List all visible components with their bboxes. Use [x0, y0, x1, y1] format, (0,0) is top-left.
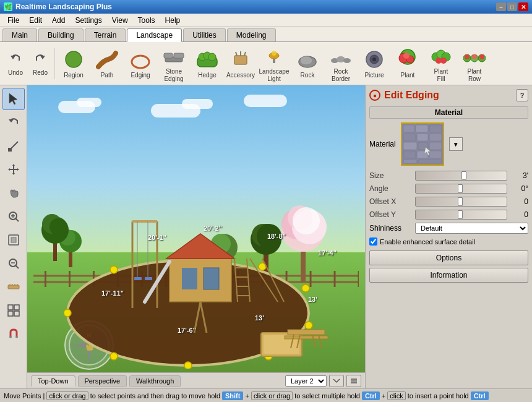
undo-button[interactable]: Undo [4, 45, 27, 83]
svg-rect-163 [429, 151, 442, 158]
dim-17-11: 17'-11" [101, 289, 124, 297]
menu-tools[interactable]: Tools [133, 15, 160, 26]
svg-point-25 [372, 58, 376, 61]
angle-slider-thumb[interactable] [458, 184, 463, 193]
tool-landscape-light[interactable]: Landscape Light [258, 45, 290, 83]
svg-rect-58 [8, 285, 19, 289]
svg-rect-158 [403, 142, 417, 150]
maximize-button[interactable]: □ [507, 2, 517, 11]
menu-add[interactable]: Add [47, 15, 70, 26]
menu-view[interactable]: View [107, 15, 133, 26]
layer-more-btn[interactable] [346, 375, 361, 387]
size-slider-thumb[interactable] [461, 171, 466, 180]
minimize-button[interactable]: – [496, 2, 506, 11]
enhanced-label: Enable enhanced surface detail [380, 238, 475, 246]
sidebar-grid-tool[interactable] [2, 299, 25, 322]
plant-label: Plant [401, 72, 415, 79]
svg-rect-153 [416, 125, 428, 132]
material-preview[interactable] [401, 122, 444, 166]
svg-marker-45 [12, 164, 15, 166]
accessory-icon [230, 48, 252, 71]
offset-y-slider-thumb[interactable] [458, 210, 463, 219]
cloud-2 [77, 98, 101, 107]
tool-rock-border[interactable]: Rock Border [325, 45, 357, 83]
tool-path[interactable]: Path [91, 45, 123, 83]
layer-select[interactable]: Layer 2 Layer 1 Layer 3 [285, 375, 327, 387]
tool-region[interactable]: Region [58, 45, 90, 83]
sidebar-zoom-in-tool[interactable] [2, 205, 25, 228]
viewport[interactable]: 20'-1" 20'-2" 18'-8" 17'-4" 13' 13' 17'-… [27, 85, 365, 388]
sidebar-select-tool[interactable] [2, 88, 25, 110]
tool-hedge[interactable]: Hedge [191, 45, 223, 83]
enhanced-checkbox[interactable] [369, 237, 377, 246]
vp-tab-topdown[interactable]: Top-Down [31, 375, 75, 387]
tab-main[interactable]: Main [2, 28, 37, 41]
tool-stone-edging[interactable]: Stone Edging [158, 45, 190, 83]
tool-rock[interactable]: Rock [291, 45, 324, 83]
svg-point-39 [472, 54, 477, 59]
close-button[interactable]: ✕ [518, 2, 528, 11]
svg-marker-46 [12, 173, 15, 175]
cloud-4 [182, 99, 213, 109]
tab-landscape[interactable]: Landscape [127, 28, 182, 42]
sidebar-magnet-tool[interactable] [2, 323, 25, 345]
menu-settings[interactable]: Settings [70, 15, 106, 26]
app-icon: 🌿 [4, 2, 12, 11]
layer-options-btn[interactable] [329, 375, 344, 387]
sidebar-zoom-out-tool[interactable] [2, 252, 25, 275]
tab-modeling[interactable]: Modeling [227, 28, 276, 41]
svg-rect-65 [8, 311, 13, 316]
offset-y-slider[interactable] [415, 210, 507, 220]
help-button[interactable]: ? [516, 89, 528, 101]
sidebar-edit-points-tool[interactable] [2, 135, 25, 157]
tab-building[interactable]: Building [38, 28, 84, 41]
landscape-light-label: Landscape Light [259, 68, 290, 83]
tool-picture[interactable]: Picture [358, 45, 390, 83]
offset-x-slider-thumb[interactable] [458, 197, 463, 206]
vp-tab-perspective[interactable]: Perspective [78, 375, 127, 387]
svg-point-2 [66, 51, 82, 67]
redo-icon [32, 51, 49, 68]
tool-plant-fill[interactable]: Plant Fill [425, 45, 457, 83]
status-select-text: to select points and then drag to move [90, 392, 206, 400]
tab-terrain[interactable]: Terrain [85, 28, 126, 41]
tool-plant-row[interactable]: Plant Row [458, 45, 491, 83]
sidebar-measure-tool[interactable] [2, 276, 25, 298]
offset-y-row: Offset Y 0 [369, 210, 528, 220]
tool-plant[interactable]: Plant [392, 45, 424, 83]
tab-utilities[interactable]: Utilities [183, 28, 226, 41]
svg-point-34 [440, 58, 447, 64]
path-label: Path [101, 72, 114, 79]
vp-tab-walkthrough[interactable]: Walkthrough [129, 375, 181, 387]
sidebar-zoom-fit-tool[interactable] [2, 229, 25, 251]
sidebar-hand-tool[interactable] [2, 182, 25, 204]
offset-y-value: 0 [510, 210, 528, 219]
menu-help[interactable]: Help [160, 15, 186, 26]
svg-marker-1 [40, 56, 45, 59]
redo-button[interactable]: Redo [28, 45, 52, 83]
stone-edging-label: Stone Edging [164, 68, 183, 83]
menu-edit[interactable]: Edit [24, 15, 47, 26]
svg-rect-157 [429, 134, 442, 141]
shininess-label: Shininess [369, 224, 413, 233]
angle-slider[interactable] [415, 184, 507, 194]
material-dropdown[interactable]: ▼ [449, 137, 463, 151]
information-button[interactable]: Information [369, 268, 528, 283]
svg-rect-116 [169, 259, 231, 302]
sidebar-pan-tool[interactable] [2, 158, 25, 181]
status-shift: Shift [222, 391, 243, 400]
offset-x-slider[interactable] [415, 197, 507, 207]
svg-point-114 [184, 362, 192, 369]
options-button[interactable]: Options [369, 250, 528, 265]
tool-accessory[interactable]: Accessory [225, 45, 257, 83]
svg-rect-64 [14, 305, 19, 310]
menu-file[interactable]: File [2, 15, 24, 26]
sidebar-undo-tool[interactable] [2, 111, 25, 134]
shininess-select[interactable]: Default Low Medium High [415, 223, 528, 234]
size-slider[interactable] [415, 171, 507, 181]
svg-rect-152 [403, 125, 414, 132]
tool-edging[interactable]: Edging [124, 45, 157, 83]
svg-rect-11 [234, 56, 247, 64]
plant-fill-label: Plant Fill [434, 68, 448, 83]
svg-rect-154 [429, 125, 442, 132]
